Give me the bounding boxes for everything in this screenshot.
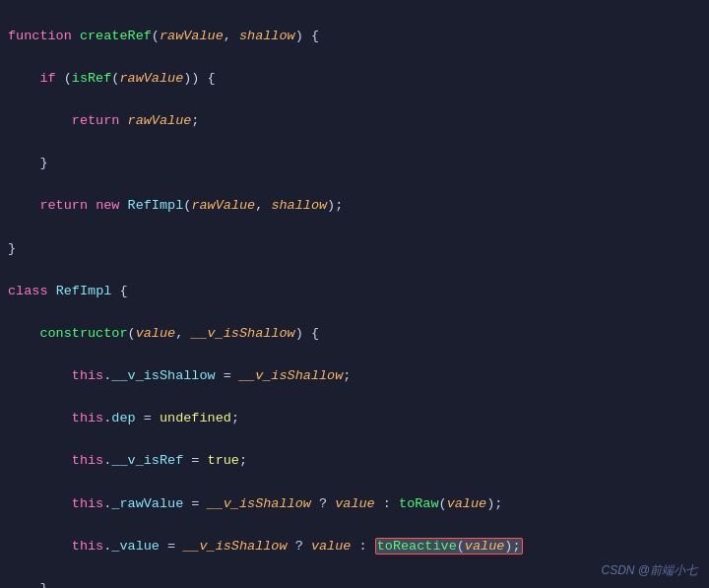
line-4: } <box>8 153 701 174</box>
param-shallow: shallow <box>239 29 295 43</box>
keyword-new: new <box>96 198 119 213</box>
param-value5: value <box>465 539 505 554</box>
class-RefImpl2: RefImpl <box>56 284 112 298</box>
prop-isRef: __v_isRef <box>111 453 183 468</box>
line-1: function createRef(rawValue, shallow) { <box>8 26 701 47</box>
line-11: this.__v_isRef = true; <box>8 450 701 472</box>
fn-toRaw1: toRaw <box>399 496 439 511</box>
val-undefined: undefined <box>160 411 231 425</box>
param-isShallow4: __v_isShallow <box>183 539 287 554</box>
line-13: this._value = __v_isShallow ? value : to… <box>8 536 701 557</box>
line-10: this.dep = undefined; <box>8 408 701 429</box>
fn-toReactive1: toReactive <box>377 539 457 554</box>
keyword-this1: this <box>72 368 103 383</box>
keyword-class: class <box>8 284 48 298</box>
watermark: CSDN @前端小七 <box>601 561 697 580</box>
keyword-this2: this <box>72 411 103 425</box>
param-value2: value <box>335 496 375 511</box>
fn-constructor: constructor <box>39 326 127 341</box>
prop-rawValue: _rawValue <box>111 496 183 511</box>
highlight-toReactive1: toReactive(value); <box>375 538 523 555</box>
line-3: return rawValue; <box>8 110 701 132</box>
line-2: if (isRef(rawValue)) { <box>8 68 701 90</box>
prop-dep: dep <box>111 411 135 425</box>
keyword-if: if <box>39 71 55 86</box>
param-value4: value <box>311 539 352 554</box>
param-shallow2: shallow <box>271 198 327 213</box>
param-rawValue2: rawValue <box>119 71 183 86</box>
line-14: } <box>8 578 701 588</box>
line-5: return new RefImpl(rawValue, shallow); <box>8 195 701 217</box>
param-isShallow3: __v_isShallow <box>208 496 311 511</box>
keyword-return2: return <box>39 198 88 213</box>
line-8: constructor(value, __v_isShallow) { <box>8 323 701 345</box>
param-rawValue4: rawValue <box>191 198 255 213</box>
param-isShallow1: __v_isShallow <box>191 326 294 341</box>
param-isShallow2: __v_isShallow <box>239 368 343 383</box>
line-7: class RefImpl { <box>8 281 701 302</box>
param-value3: value <box>447 496 487 511</box>
fn-createRef: createRef <box>80 29 152 43</box>
code-block: function createRef(rawValue, shallow) { … <box>0 0 709 588</box>
keyword-this4: this <box>72 496 103 511</box>
line-6: } <box>8 238 701 260</box>
line-9: this.__v_isShallow = __v_isShallow; <box>8 365 701 387</box>
param-value1: value <box>136 326 176 341</box>
fn-isRef: isRef <box>72 71 112 86</box>
class-RefImpl1: RefImpl <box>128 198 184 213</box>
keyword-this5: this <box>72 539 103 554</box>
line-12: this._rawValue = __v_isShallow ? value :… <box>8 493 701 515</box>
prop-value: _value <box>111 539 160 554</box>
param-rawValue3: rawValue <box>128 113 192 128</box>
keyword-this3: this <box>72 453 103 468</box>
keyword-function: function <box>8 29 72 43</box>
val-true: true <box>208 453 239 468</box>
prop-isShallow: __v_isShallow <box>111 368 215 383</box>
param-rawValue: rawValue <box>160 29 224 43</box>
keyword-return1: return <box>72 113 120 128</box>
